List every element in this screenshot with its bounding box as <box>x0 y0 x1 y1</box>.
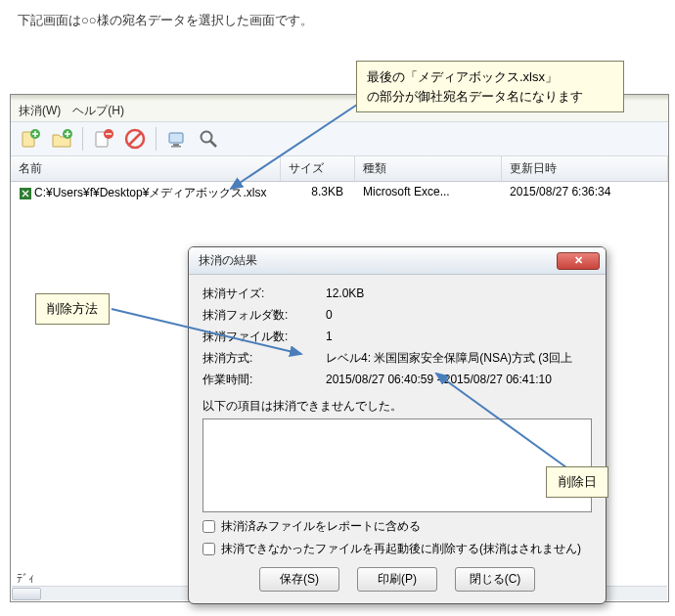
time-value: 2015/08/27 06:40:59 - 2015/08/27 06:41:1… <box>326 371 592 388</box>
svg-line-9 <box>129 133 141 145</box>
excel-icon <box>19 187 32 200</box>
file-list: C:¥Users¥f¥Desktop¥メディアボックス.xlsx 8.3KB M… <box>11 182 668 204</box>
remove-icon[interactable] <box>90 125 117 153</box>
method-value: レベル4: 米国国家安全保障局(NSA)方式 (3回上 <box>326 349 592 367</box>
checkbox-report-label: 抹消済みファイルをレポートに含める <box>221 518 421 535</box>
add-folder-icon[interactable] <box>48 125 75 153</box>
callout-top-line2: の部分が御社宛名データ名になります <box>367 89 583 104</box>
result-dialog: 抹消の結果 ✕ 抹消サイズ: 12.0KB 抹消フォルダ数: 0 抹消ファイル数… <box>188 246 607 604</box>
list-header: 名前 サイズ 種類 更新日時 <box>11 156 668 182</box>
menu-help[interactable]: ヘルプ(H) <box>72 103 124 119</box>
file-type: Microsoft Exce... <box>355 182 502 204</box>
files-value: 1 <box>326 328 592 345</box>
failed-list[interactable] <box>202 418 592 512</box>
page-intro: 下記画面は○○様の宛名データを選択した画面です。 <box>0 0 675 35</box>
dialog-titlebar[interactable]: 抹消の結果 ✕ <box>189 247 606 275</box>
checkbox-report-input[interactable] <box>202 520 215 533</box>
checkbox-report[interactable]: 抹消済みファイルをレポートに含める <box>202 518 592 535</box>
svg-rect-10 <box>169 133 183 143</box>
size-label: 抹消サイズ: <box>202 285 316 302</box>
file-path: C:¥Users¥f¥Desktop¥メディアボックス.xlsx <box>34 185 266 201</box>
col-type[interactable]: 種類 <box>355 156 502 181</box>
search-icon[interactable] <box>195 125 222 153</box>
callout-left: 削除方法 <box>35 293 110 325</box>
checkbox-reboot-label: 抹消できなかったファイルを再起動後に削除する(抹消はされません) <box>221 541 581 557</box>
file-size: 8.3KB <box>281 182 355 204</box>
files-label: 抹消ファイル数: <box>202 328 316 345</box>
save-button[interactable]: 保存(S) <box>259 567 339 592</box>
dialog-title-text: 抹消の結果 <box>199 252 257 269</box>
svg-line-14 <box>210 141 216 147</box>
col-size[interactable]: サイズ <box>281 156 355 181</box>
folders-value: 0 <box>326 306 592 324</box>
block-icon[interactable] <box>121 125 149 153</box>
close-icon[interactable]: ✕ <box>557 252 600 270</box>
close-button[interactable]: 閉じる(C) <box>455 567 535 592</box>
callout-top-line1: 最後の「メディアボックス.xlsx」 <box>367 69 558 84</box>
col-name[interactable]: 名前 <box>11 156 281 181</box>
method-label: 抹消方式: <box>202 349 316 367</box>
add-file-icon[interactable] <box>17 125 44 153</box>
svg-point-13 <box>202 132 212 143</box>
folders-label: 抹消フォルダ数: <box>202 306 316 324</box>
svg-rect-11 <box>173 144 179 146</box>
list-item[interactable]: C:¥Users¥f¥Desktop¥メディアボックス.xlsx 8.3KB M… <box>11 182 668 204</box>
taskbar-fragment: ﾃﾞｨ <box>11 572 34 586</box>
size-value: 12.0KB <box>326 285 592 302</box>
toolbar <box>11 121 668 156</box>
file-updated: 2015/08/27 6:36:34 <box>502 182 668 204</box>
computer-icon[interactable] <box>163 125 191 153</box>
callout-top: 最後の「メディアボックス.xlsx」 の部分が御社宛名データ名になります <box>356 61 624 112</box>
menu-erase[interactable]: 抹消(W) <box>19 103 61 119</box>
callout-right: 削除日 <box>546 466 608 498</box>
svg-rect-12 <box>171 146 181 148</box>
checkbox-reboot-input[interactable] <box>202 543 215 555</box>
failed-heading: 以下の項目は抹消できませんでした。 <box>202 398 592 415</box>
checkbox-reboot[interactable]: 抹消できなかったファイルを再起動後に削除する(抹消はされません) <box>202 541 592 557</box>
col-updated[interactable]: 更新日時 <box>502 156 668 181</box>
time-label: 作業時間: <box>202 371 316 388</box>
print-button[interactable]: 印刷(P) <box>357 567 437 592</box>
